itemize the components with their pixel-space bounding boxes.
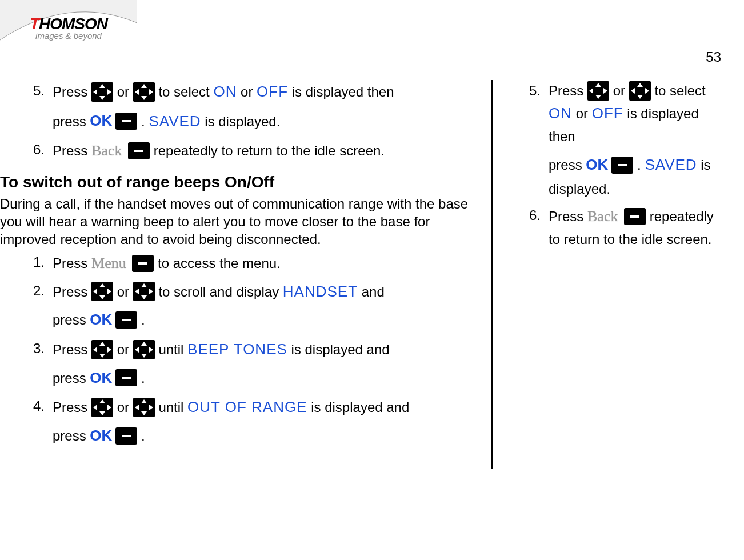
ok-label: OK bbox=[90, 109, 112, 133]
ok-button-icon: OK bbox=[90, 109, 137, 133]
display-off: OFF bbox=[257, 83, 288, 100]
step-1: 1. Press Menu to access the menu. bbox=[0, 251, 474, 275]
text: . bbox=[141, 114, 149, 129]
text: . bbox=[141, 313, 145, 328]
ok-label: OK bbox=[90, 424, 112, 448]
column-separator bbox=[491, 80, 493, 469]
text: Press bbox=[53, 284, 91, 299]
text: or bbox=[117, 399, 133, 415]
step-body: Press Back repeatedly to return to the i… bbox=[549, 205, 727, 250]
text: is displayed. bbox=[205, 114, 280, 129]
step-number: 1. bbox=[0, 251, 53, 275]
display-saved: SAVED bbox=[645, 156, 697, 173]
text: press bbox=[549, 157, 586, 173]
ok-label: OK bbox=[90, 366, 112, 390]
nav-up-icon bbox=[91, 340, 113, 359]
brand-logo: THOMSON images & beyond bbox=[0, 0, 137, 51]
bottom-steps: 1. Press Menu to access the menu. 2. Pre… bbox=[0, 251, 474, 449]
text: or bbox=[576, 106, 592, 121]
text: . bbox=[141, 370, 145, 386]
left-column: 5. Press or to select ON or OFF is displ… bbox=[0, 80, 491, 469]
ok-button-icon: OK bbox=[586, 153, 633, 177]
display-beep-tones: BEEP TONES bbox=[187, 341, 287, 358]
softkey-icon bbox=[611, 157, 633, 174]
step-body: Press or until OUT OF RANGE is displayed… bbox=[53, 395, 474, 449]
text: press bbox=[53, 370, 90, 386]
text: Press bbox=[53, 342, 91, 357]
text: is displayed and bbox=[291, 342, 390, 357]
text: Press bbox=[53, 399, 91, 415]
text: Press bbox=[53, 143, 91, 158]
text: or bbox=[117, 284, 133, 299]
step-number: 5. bbox=[510, 80, 549, 200]
page: THOMSON images & beyond 53 5. Press or t… bbox=[0, 0, 744, 560]
step-body: Press Menu to access the menu. bbox=[53, 251, 474, 275]
text: press bbox=[53, 313, 90, 328]
text: repeatedly to return to the idle screen. bbox=[154, 143, 385, 158]
step-number: 4. bbox=[0, 395, 53, 449]
text: to scroll and display bbox=[158, 284, 282, 299]
text: to select bbox=[158, 84, 213, 99]
nav-down-icon bbox=[133, 340, 155, 359]
nav-down-icon bbox=[133, 82, 155, 102]
text: or bbox=[613, 83, 629, 98]
softkey-icon bbox=[115, 311, 137, 329]
right-steps: 5. Press or to select ON or OFF is displ… bbox=[510, 80, 727, 250]
step-number: 5. bbox=[0, 80, 53, 134]
step-6: 6. Press Back repeatedly to return to th… bbox=[510, 205, 727, 250]
section-title: To switch out of range beeps On/Off bbox=[0, 173, 474, 191]
text: or bbox=[117, 342, 133, 357]
step-body: Press or to select ON or OFF is displaye… bbox=[53, 80, 474, 134]
brand-rest: HOMSON bbox=[39, 15, 107, 33]
step-number: 6. bbox=[0, 139, 53, 163]
nav-up-icon bbox=[91, 398, 113, 417]
step-6: 6. Press Back repeatedly to return to th… bbox=[0, 139, 474, 163]
step-3: 3. Press or until BEEP TONES is displaye… bbox=[0, 338, 474, 391]
ok-label: OK bbox=[90, 308, 112, 332]
text: . bbox=[141, 428, 145, 443]
step-5: 5. Press or to select ON or OFF is displ… bbox=[0, 80, 474, 134]
display-on: ON bbox=[213, 83, 237, 100]
brand-initial: T bbox=[30, 15, 39, 33]
softkey-icon bbox=[624, 208, 646, 225]
text: to select bbox=[654, 83, 705, 98]
right-column: 5. Press or to select ON or OFF is displ… bbox=[510, 80, 744, 469]
step-number: 2. bbox=[0, 280, 53, 333]
step-body: Press or to select ON or OFF is displaye… bbox=[549, 80, 727, 200]
step-number: 3. bbox=[0, 338, 53, 391]
step-5: 5. Press or to select ON or OFF is displ… bbox=[510, 80, 727, 200]
display-saved: SAVED bbox=[149, 113, 201, 130]
display-handset: HANDSET bbox=[283, 283, 358, 300]
back-softkey-label: Back bbox=[91, 139, 122, 163]
step-4: 4. Press or until OUT OF RANGE is displa… bbox=[0, 395, 474, 449]
display-off: OFF bbox=[592, 105, 623, 122]
text: or bbox=[117, 84, 133, 99]
ok-button-icon: OK bbox=[90, 308, 137, 332]
text: Press bbox=[53, 255, 91, 271]
ok-label: OK bbox=[586, 153, 608, 177]
nav-up-icon bbox=[91, 282, 113, 301]
top-steps: 5. Press or to select ON or OFF is displ… bbox=[0, 80, 474, 163]
ok-button-icon: OK bbox=[90, 366, 137, 390]
page-number: 53 bbox=[706, 49, 721, 65]
step-body: Press or to scroll and display HANDSET a… bbox=[53, 280, 474, 333]
softkey-icon bbox=[115, 427, 137, 445]
step-body: Press or until BEEP TONES is displayed a… bbox=[53, 338, 474, 391]
text: to access the menu. bbox=[158, 255, 281, 271]
menu-softkey-label: Menu bbox=[91, 251, 126, 275]
text: is displayed then bbox=[292, 84, 394, 99]
softkey-icon bbox=[128, 142, 150, 159]
step-2: 2. Press or to scroll and display HANDSE… bbox=[0, 280, 474, 333]
text: press bbox=[53, 114, 90, 129]
text: Press bbox=[549, 209, 587, 224]
nav-down-icon bbox=[629, 81, 651, 101]
step-number: 6. bbox=[510, 205, 549, 250]
text: Press bbox=[53, 84, 91, 99]
content-columns: 5. Press or to select ON or OFF is displ… bbox=[0, 80, 744, 469]
text: Press bbox=[549, 83, 587, 98]
softkey-icon bbox=[115, 113, 137, 130]
text: is displayed and bbox=[311, 399, 409, 415]
section-intro: During a call, if the handset moves out … bbox=[0, 195, 474, 249]
display-on: ON bbox=[549, 105, 572, 122]
text: press bbox=[53, 428, 90, 443]
